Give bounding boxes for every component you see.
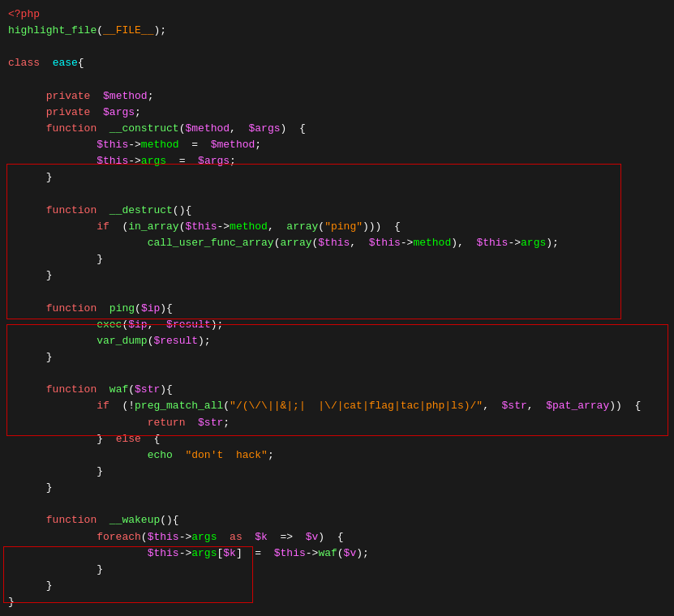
line-31 bbox=[8, 496, 666, 512]
line-18 bbox=[8, 284, 666, 300]
line-35: } bbox=[8, 562, 666, 578]
line-19: function ping($ip){ bbox=[8, 301, 666, 317]
line-4: class ease{ bbox=[8, 55, 666, 71]
line-23 bbox=[8, 366, 666, 382]
line-28: echo "don't hack"; bbox=[8, 447, 666, 464]
line-12 bbox=[8, 186, 666, 203]
line-8: function __construct($method, $args) { bbox=[8, 121, 666, 137]
line-27: } else { bbox=[8, 431, 666, 447]
line-24: function waf($str){ bbox=[8, 382, 666, 398]
line-20: exec($ip, $result); bbox=[8, 317, 666, 333]
line-38 bbox=[8, 610, 666, 616]
line-37: } bbox=[8, 594, 666, 610]
line-32: function __wakeup(){ bbox=[8, 512, 666, 528]
line-21: var_dump($result); bbox=[8, 333, 666, 349]
line-10: $this->args = $args; bbox=[8, 153, 666, 169]
line-16: } bbox=[8, 251, 666, 267]
line-5 bbox=[8, 72, 666, 88]
line-36: } bbox=[8, 578, 666, 594]
line-7: private $args; bbox=[8, 105, 666, 121]
line-9: $this->method = $method; bbox=[8, 137, 666, 153]
line-33: foreach($this->args as $k => $v) { bbox=[8, 529, 666, 545]
line-3 bbox=[8, 39, 666, 55]
code-viewer: <?php highlight_file(__FILE__); class ea… bbox=[0, 0, 674, 616]
line-11: } bbox=[8, 169, 666, 186]
line-25: if (!preg_match_all("/(\/\||&|;| |\/|cat… bbox=[8, 398, 666, 414]
line-13: function __destruct(){ bbox=[8, 203, 666, 219]
line-2: highlight_file(__FILE__); bbox=[8, 23, 666, 39]
line-6: private $method; bbox=[8, 88, 666, 105]
line-34: $this->args[$k] = $this->waf($v); bbox=[8, 545, 666, 562]
line-29: } bbox=[8, 464, 666, 480]
line-22: } bbox=[8, 349, 666, 366]
line-14: if (in_array($this->method, array("ping"… bbox=[8, 219, 666, 235]
line-26: return $str; bbox=[8, 415, 666, 431]
line-1: <?php bbox=[8, 6, 666, 23]
line-30: } bbox=[8, 480, 666, 496]
line-17: } bbox=[8, 267, 666, 284]
line-15: call_user_func_array(array($this, $this-… bbox=[8, 235, 666, 251]
